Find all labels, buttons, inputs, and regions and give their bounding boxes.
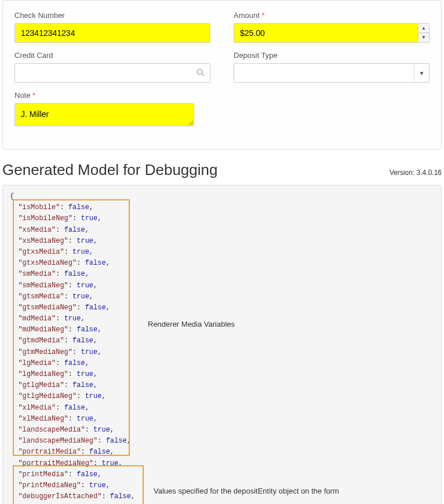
note-textarea[interactable] <box>14 103 194 126</box>
deposit-type-group: Deposit Type ▼ <box>234 51 430 83</box>
chevron-down-icon: ▼ <box>414 64 429 82</box>
svg-line-1 <box>202 74 204 76</box>
media-annotation: Renderer Media Variables <box>148 319 235 331</box>
amount-input[interactable] <box>234 23 418 43</box>
credit-card-group: Credit Card <box>14 51 210 83</box>
credit-card-wrapper <box>14 63 210 83</box>
search-icon[interactable] <box>196 68 205 78</box>
entity-annotation: Values specified for the depositEntity o… <box>154 485 339 498</box>
required-asterisk: * <box>32 91 35 100</box>
form-row: Credit Card Deposit Type ▼ <box>14 51 430 83</box>
debug-code: { "isMobile": false, "isMobileNeg": true… <box>10 191 434 504</box>
credit-card-input[interactable] <box>14 63 210 83</box>
check-number-group: Check Number <box>14 11 210 43</box>
required-asterisk: * <box>261 11 264 20</box>
deposit-type-select[interactable]: ▼ <box>234 63 430 83</box>
form-row: Check Number Amount * ▲ ▼ <box>14 11 430 43</box>
spinner-down-button[interactable]: ▼ <box>418 33 429 42</box>
version-text: Version: 3.4.0.16 <box>390 169 442 177</box>
spinner-buttons: ▲ ▼ <box>418 23 430 43</box>
debug-panel: Renderer Media Variables Values specifie… <box>2 185 442 504</box>
form-row: Note * <box>14 91 430 128</box>
svg-point-0 <box>197 69 202 74</box>
amount-label: Amount * <box>234 11 430 20</box>
spinner-up-button[interactable]: ▲ <box>418 24 429 33</box>
amount-group: Amount * ▲ ▼ <box>234 11 430 43</box>
deposit-type-label: Deposit Type <box>234 51 430 60</box>
note-group: Note * <box>14 91 194 128</box>
check-number-label: Check Number <box>14 11 210 20</box>
note-label: Note * <box>14 91 194 100</box>
page-title: Generated Model for Debugging <box>2 161 217 179</box>
heading-row: Generated Model for Debugging Version: 3… <box>2 161 442 179</box>
amount-spinner: ▲ ▼ <box>234 23 430 43</box>
form-panel: Check Number Amount * ▲ ▼ Credit Card <box>2 0 442 149</box>
check-number-input[interactable] <box>14 23 210 43</box>
credit-card-label: Credit Card <box>14 51 210 60</box>
